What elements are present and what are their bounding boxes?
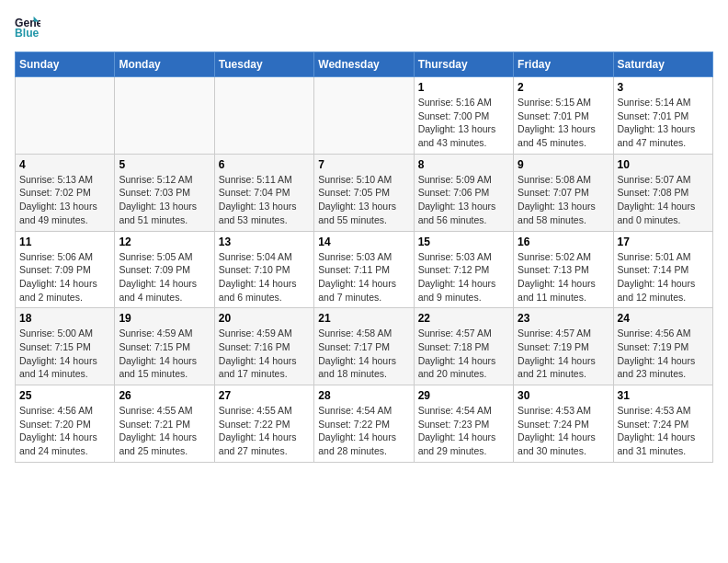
day-number: 12 xyxy=(119,236,210,248)
day-info: Sunrise: 4:55 AMSunset: 7:21 PMDaylight:… xyxy=(119,404,210,458)
calendar-cell: 30Sunrise: 4:53 AMSunset: 7:24 PMDayligh… xyxy=(514,385,613,463)
day-info: Sunrise: 5:04 AMSunset: 7:10 PMDaylight:… xyxy=(219,250,310,304)
day-info: Sunrise: 4:59 AMSunset: 7:16 PMDaylight:… xyxy=(219,327,310,381)
calendar-cell: 13Sunrise: 5:04 AMSunset: 7:10 PMDayligh… xyxy=(214,231,313,308)
calendar-cell: 11Sunrise: 5:06 AMSunset: 7:09 PMDayligh… xyxy=(16,231,115,308)
header-wednesday: Wednesday xyxy=(314,52,414,77)
logo: General Blue xyxy=(15,15,44,40)
calendar-cell: 28Sunrise: 4:54 AMSunset: 7:22 PMDayligh… xyxy=(314,385,414,463)
calendar-cell: 3Sunrise: 5:14 AMSunset: 7:01 PMDaylight… xyxy=(613,77,712,155)
svg-text:Blue: Blue xyxy=(15,27,40,40)
week-row: 25Sunrise: 4:56 AMSunset: 7:20 PMDayligh… xyxy=(16,385,713,463)
day-number: 4 xyxy=(19,158,110,171)
calendar-cell: 26Sunrise: 4:55 AMSunset: 7:21 PMDayligh… xyxy=(115,385,214,463)
day-info: Sunrise: 5:07 AMSunset: 7:08 PMDaylight:… xyxy=(618,173,709,227)
day-number: 24 xyxy=(618,312,709,325)
calendar-cell: 20Sunrise: 4:59 AMSunset: 7:16 PMDayligh… xyxy=(214,308,313,385)
day-number: 8 xyxy=(418,158,509,171)
day-number: 15 xyxy=(418,236,509,248)
day-info: Sunrise: 4:57 AMSunset: 7:19 PMDaylight:… xyxy=(518,327,609,381)
day-info: Sunrise: 5:01 AMSunset: 7:14 PMDaylight:… xyxy=(618,250,709,304)
day-info: Sunrise: 4:55 AMSunset: 7:22 PMDaylight:… xyxy=(219,404,310,458)
calendar-cell xyxy=(214,77,313,155)
day-number: 27 xyxy=(219,389,310,402)
day-info: Sunrise: 5:06 AMSunset: 7:09 PMDaylight:… xyxy=(19,250,110,304)
calendar-table: SundayMondayTuesdayWednesdayThursdayFrid… xyxy=(15,52,713,463)
day-number: 26 xyxy=(119,389,210,402)
day-info: Sunrise: 5:14 AMSunset: 7:01 PMDaylight:… xyxy=(618,96,709,150)
calendar-cell: 5Sunrise: 5:12 AMSunset: 7:03 PMDaylight… xyxy=(115,154,214,231)
day-info: Sunrise: 5:13 AMSunset: 7:02 PMDaylight:… xyxy=(19,173,110,227)
day-info: Sunrise: 5:10 AMSunset: 7:05 PMDaylight:… xyxy=(318,173,409,227)
day-number: 5 xyxy=(119,158,210,171)
day-info: Sunrise: 5:03 AMSunset: 7:12 PMDaylight:… xyxy=(418,250,509,304)
day-number: 22 xyxy=(418,312,509,325)
week-row: 18Sunrise: 5:00 AMSunset: 7:15 PMDayligh… xyxy=(16,308,713,385)
calendar-cell: 1Sunrise: 5:16 AMSunset: 7:00 PMDaylight… xyxy=(414,77,513,155)
calendar-cell: 8Sunrise: 5:09 AMSunset: 7:06 PMDaylight… xyxy=(414,154,513,231)
header-sunday: Sunday xyxy=(16,52,115,77)
day-number: 20 xyxy=(219,312,310,325)
calendar-cell: 19Sunrise: 4:59 AMSunset: 7:15 PMDayligh… xyxy=(115,308,214,385)
calendar-cell: 4Sunrise: 5:13 AMSunset: 7:02 PMDaylight… xyxy=(16,154,115,231)
calendar-cell: 31Sunrise: 4:53 AMSunset: 7:24 PMDayligh… xyxy=(613,385,712,463)
day-number: 7 xyxy=(318,158,409,171)
calendar-cell: 17Sunrise: 5:01 AMSunset: 7:14 PMDayligh… xyxy=(613,231,712,308)
header-monday: Monday xyxy=(115,52,214,77)
calendar-cell: 25Sunrise: 4:56 AMSunset: 7:20 PMDayligh… xyxy=(16,385,115,463)
day-info: Sunrise: 4:53 AMSunset: 7:24 PMDaylight:… xyxy=(618,404,709,458)
calendar-cell: 15Sunrise: 5:03 AMSunset: 7:12 PMDayligh… xyxy=(414,231,513,308)
header-thursday: Thursday xyxy=(414,52,513,77)
day-info: Sunrise: 5:02 AMSunset: 7:13 PMDaylight:… xyxy=(518,250,609,304)
day-number: 1 xyxy=(418,81,509,94)
day-number: 11 xyxy=(19,236,110,248)
calendar-cell: 14Sunrise: 5:03 AMSunset: 7:11 PMDayligh… xyxy=(314,231,414,308)
week-row: 4Sunrise: 5:13 AMSunset: 7:02 PMDaylight… xyxy=(16,154,713,231)
calendar-cell: 6Sunrise: 5:11 AMSunset: 7:04 PMDaylight… xyxy=(214,154,313,231)
day-number: 25 xyxy=(19,389,110,402)
day-info: Sunrise: 4:53 AMSunset: 7:24 PMDaylight:… xyxy=(518,404,609,458)
day-info: Sunrise: 5:00 AMSunset: 7:15 PMDaylight:… xyxy=(19,327,110,381)
calendar-cell xyxy=(16,77,115,155)
day-number: 10 xyxy=(618,158,709,171)
header-friday: Friday xyxy=(514,52,613,77)
day-number: 19 xyxy=(119,312,210,325)
day-number: 21 xyxy=(318,312,409,325)
logo-icon: General Blue xyxy=(15,15,40,40)
day-number: 23 xyxy=(518,312,609,325)
calendar-cell: 22Sunrise: 4:57 AMSunset: 7:18 PMDayligh… xyxy=(414,308,513,385)
day-info: Sunrise: 5:09 AMSunset: 7:06 PMDaylight:… xyxy=(418,173,509,227)
calendar-cell: 23Sunrise: 4:57 AMSunset: 7:19 PMDayligh… xyxy=(514,308,613,385)
day-number: 16 xyxy=(518,236,609,248)
day-info: Sunrise: 4:56 AMSunset: 7:19 PMDaylight:… xyxy=(618,327,709,381)
day-info: Sunrise: 4:57 AMSunset: 7:18 PMDaylight:… xyxy=(418,327,509,381)
day-info: Sunrise: 4:58 AMSunset: 7:17 PMDaylight:… xyxy=(318,327,409,381)
calendar-cell: 18Sunrise: 5:00 AMSunset: 7:15 PMDayligh… xyxy=(16,308,115,385)
calendar-cell xyxy=(115,77,214,155)
day-number: 9 xyxy=(518,158,609,171)
day-number: 14 xyxy=(318,236,409,248)
day-info: Sunrise: 5:11 AMSunset: 7:04 PMDaylight:… xyxy=(219,173,310,227)
calendar-cell: 16Sunrise: 5:02 AMSunset: 7:13 PMDayligh… xyxy=(514,231,613,308)
calendar-cell: 7Sunrise: 5:10 AMSunset: 7:05 PMDaylight… xyxy=(314,154,414,231)
day-info: Sunrise: 4:54 AMSunset: 7:22 PMDaylight:… xyxy=(318,404,409,458)
day-info: Sunrise: 5:08 AMSunset: 7:07 PMDaylight:… xyxy=(518,173,609,227)
calendar-cell: 27Sunrise: 4:55 AMSunset: 7:22 PMDayligh… xyxy=(214,385,313,463)
day-number: 6 xyxy=(219,158,310,171)
calendar-cell: 2Sunrise: 5:15 AMSunset: 7:01 PMDaylight… xyxy=(514,77,613,155)
calendar-cell: 29Sunrise: 4:54 AMSunset: 7:23 PMDayligh… xyxy=(414,385,513,463)
day-number: 18 xyxy=(19,312,110,325)
header-row: SundayMondayTuesdayWednesdayThursdayFrid… xyxy=(16,52,713,77)
day-number: 30 xyxy=(518,389,609,402)
day-info: Sunrise: 5:15 AMSunset: 7:01 PMDaylight:… xyxy=(518,96,609,150)
week-row: 1Sunrise: 5:16 AMSunset: 7:00 PMDaylight… xyxy=(16,77,713,155)
calendar-cell: 24Sunrise: 4:56 AMSunset: 7:19 PMDayligh… xyxy=(613,308,712,385)
day-info: Sunrise: 5:05 AMSunset: 7:09 PMDaylight:… xyxy=(119,250,210,304)
header-saturday: Saturday xyxy=(613,52,712,77)
page-header: General Blue xyxy=(15,15,713,40)
day-number: 17 xyxy=(618,236,709,248)
day-number: 2 xyxy=(518,81,609,94)
day-number: 3 xyxy=(618,81,709,94)
day-info: Sunrise: 4:59 AMSunset: 7:15 PMDaylight:… xyxy=(119,327,210,381)
calendar-cell: 21Sunrise: 4:58 AMSunset: 7:17 PMDayligh… xyxy=(314,308,414,385)
